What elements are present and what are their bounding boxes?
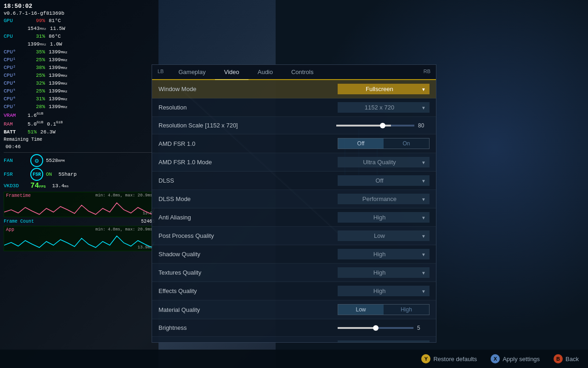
hud-core-2-label: CPU² <box>4 64 28 72</box>
setting-material-quality-control[interactable]: Low High <box>292 304 430 315</box>
effects-quality-dropdown-wrap[interactable]: High Medium Low <box>338 286 430 296</box>
hud-core-rows: CPU⁰ 35% 1399MHz CPU¹ 25% 1399MHz CPU² 3… <box>4 48 155 111</box>
textures-quality-dropdown-wrap[interactable]: High Medium Low <box>338 267 430 278</box>
frametime-graph: Frametime min: 4.8ms, max: 20.9ms 13.9 <box>4 192 155 217</box>
setting-amd-fsr-mode-control[interactable]: Ultra Quality Quality Balanced Performan… <box>292 157 430 167</box>
setting-dlss-mode-label: DLSS Mode <box>158 196 292 202</box>
setting-material-quality-label: Material Quality <box>158 306 292 313</box>
apply-settings-label: Apply settings <box>503 356 540 362</box>
post-process-dropdown-wrap[interactable]: Low Medium High Epic <box>338 230 430 241</box>
hud-core-5-usage: 25% <box>28 87 45 95</box>
blur-dropdown[interactable]: Epic High Medium Low Off <box>338 340 430 342</box>
hud-fan-rpm: 5528RPM <box>46 158 65 163</box>
material-high-btn[interactable]: High <box>384 305 429 315</box>
amd-fsr-toggle-off[interactable]: Off <box>338 138 384 149</box>
setting-dlss-mode-control[interactable]: Performance Quality Balanced <box>292 194 430 204</box>
hud-batt-remaining-row: Remaining Time <box>4 136 155 144</box>
amd-fsr-toggle-on[interactable]: On <box>384 138 429 149</box>
setting-anti-aliasing: Anti Aliasing High Medium Low Off <box>152 208 436 227</box>
hud-ram-val: 5.0GiB <box>28 120 43 128</box>
tab-lb[interactable]: LB <box>152 65 169 79</box>
shadow-quality-dropdown-wrap[interactable]: High Medium Low <box>338 249 430 259</box>
resolution-scale-slider[interactable] <box>336 125 414 126</box>
window-mode-dropdown[interactable]: Fullscreen Windowed Borderless <box>338 84 430 94</box>
setting-window-mode-control[interactable]: Fullscreen Windowed Borderless <box>292 84 430 94</box>
y-button-icon: Y <box>421 354 430 363</box>
material-low-btn[interactable]: Low <box>338 305 384 315</box>
hud-fsr-val: ON <box>46 172 52 177</box>
restore-defaults-label: Restore defaults <box>433 356 477 362</box>
textures-quality-dropdown[interactable]: High Medium Low <box>338 267 430 278</box>
setting-blur-control[interactable]: Epic High Medium Low Off <box>292 340 430 342</box>
dlss-dropdown-wrap[interactable]: Off On <box>338 175 430 186</box>
back-button[interactable]: B Back <box>554 354 579 363</box>
amd-fsr-mode-dropdown-wrap[interactable]: Ultra Quality Quality Balanced Performan… <box>338 157 430 167</box>
dlss-dropdown[interactable]: Off On <box>338 175 430 186</box>
bottom-bar: Y Restore defaults X Apply settings B Ba… <box>0 350 588 368</box>
tab-controls[interactable]: Controls <box>282 65 322 80</box>
setting-textures-quality-control[interactable]: High Medium Low <box>292 267 430 278</box>
setting-resolution-scale-label: Resolution Scale [1152 x 720] <box>158 122 292 129</box>
hud-gpu-temp: 81°C <box>49 17 61 25</box>
hud-core-1-clock: 1399MHz <box>49 56 68 64</box>
anti-aliasing-dropdown[interactable]: High Medium Low Off <box>338 212 430 223</box>
setting-shadow-quality-control[interactable]: High Medium Low <box>292 249 430 259</box>
setting-dlss-control[interactable]: Off On <box>292 175 430 186</box>
shadow-quality-dropdown[interactable]: High Medium Low <box>338 249 430 259</box>
setting-window-mode-label: Window Mode <box>158 86 292 92</box>
setting-window-mode: Window Mode Fullscreen Windowed Borderle… <box>152 80 436 98</box>
setting-resolution-control[interactable]: 1152 x 720 1920 x 1080 2560 x 1440 <box>292 102 430 113</box>
hud-core-5-row: CPU⁵ 25% 1399MHz <box>4 87 155 95</box>
setting-amd-fsr-control[interactable]: Off On <box>292 138 430 149</box>
resolution-dropdown[interactable]: 1152 x 720 1920 x 1080 2560 x 1440 <box>338 102 430 113</box>
material-quality-toggle[interactable]: Low High <box>338 304 430 315</box>
x-button-icon: X <box>491 354 500 363</box>
setting-effects-quality-label: Effects Quality <box>158 288 292 294</box>
hud-core-4-label: CPU⁴ <box>4 80 28 87</box>
restore-defaults-button[interactable]: Y Restore defaults <box>421 354 477 363</box>
setting-dlss-mode: DLSS Mode Performance Quality Balanced <box>152 190 436 208</box>
tab-video[interactable]: Video <box>215 65 249 80</box>
hud-core-7-label: CPU⁷ <box>4 103 28 111</box>
hud-core-3-row: CPU³ 25% 1399MHz <box>4 72 155 80</box>
dlss-mode-dropdown[interactable]: Performance Quality Balanced <box>338 194 430 204</box>
brightness-val: 5 <box>417 325 420 331</box>
window-mode-dropdown-wrap[interactable]: Fullscreen Windowed Borderless <box>338 84 430 94</box>
tab-audio[interactable]: Audio <box>249 65 282 80</box>
setting-effects-quality-control[interactable]: High Medium Low <box>292 286 430 296</box>
setting-textures-quality-label: Textures Quality <box>158 269 292 276</box>
dlss-mode-dropdown-wrap[interactable]: Performance Quality Balanced <box>338 194 430 204</box>
hud-fsr-row: FSR FSR ON 5Sharp <box>4 168 155 181</box>
tab-gameplay[interactable]: Gameplay <box>169 65 215 80</box>
hud-core-1-label: CPU¹ <box>4 56 28 64</box>
resolution-scale-val: 80 <box>418 122 430 129</box>
frame-count-row: Frame Count 52465 <box>4 219 155 224</box>
setting-brightness-control[interactable]: 5 <box>292 325 430 331</box>
anti-aliasing-dropdown-wrap[interactable]: High Medium Low Off <box>338 212 430 223</box>
hud-vram-label: VRAM <box>4 112 28 120</box>
setting-resolution-scale-control[interactable]: 80 <box>292 122 430 129</box>
effects-quality-dropdown[interactable]: High Medium Low <box>338 286 430 296</box>
hud-fan-row: FAN ⚙ 5528RPM <box>4 154 155 167</box>
setting-post-process-control[interactable]: Low Medium High Epic <box>292 230 430 241</box>
hud-ram-swap: 0.1GiB <box>47 120 62 128</box>
setting-post-process-label: Post Process Quality <box>158 232 292 239</box>
setting-textures-quality: Textures Quality High Medium Low <box>152 264 436 282</box>
amd-fsr-mode-dropdown[interactable]: Ultra Quality Quality Balanced Performan… <box>338 157 430 167</box>
resolution-dropdown-wrap[interactable]: 1152 x 720 1920 x 1080 2560 x 1440 <box>338 102 430 113</box>
hud-gpu-power: 11.5W <box>50 25 65 33</box>
blur-dropdown-wrap[interactable]: Epic High Medium Low Off <box>338 340 430 342</box>
hud-cpu-row: CPU 31% 86°C <box>4 33 155 40</box>
frametime-minmax: min: 4.8ms, max: 20.9ms <box>96 193 153 198</box>
hud-core-3-clock: 1399MHz <box>49 72 68 80</box>
post-process-dropdown[interactable]: Low Medium High Epic <box>338 230 430 241</box>
setting-brightness-label: Brightness <box>158 324 292 331</box>
setting-anti-aliasing-control[interactable]: High Medium Low Off <box>292 212 430 223</box>
hud-cpu-clock-row: 1399MHz 1.0W <box>4 40 155 48</box>
hud-core-7-usage: 28% <box>28 103 45 111</box>
brightness-slider[interactable] <box>338 327 413 329</box>
tab-rb[interactable]: RB <box>418 65 436 79</box>
apply-settings-button[interactable]: X Apply settings <box>491 354 540 363</box>
amd-fsr-toggle[interactable]: Off On <box>338 138 430 149</box>
hud-gpu-label: GPU <box>4 17 28 25</box>
